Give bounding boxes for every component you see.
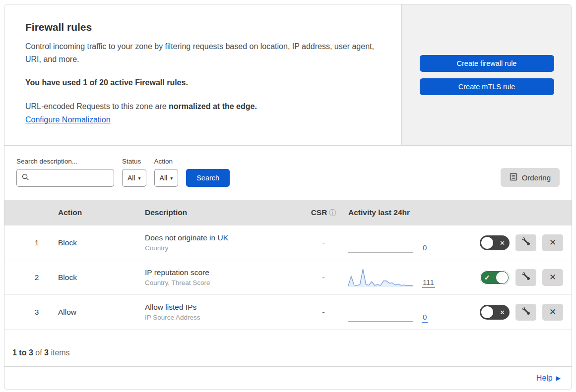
rule-enabled-toggle[interactable]: ✓ ✕ — [480, 305, 510, 320]
check-icon: ✓ — [484, 274, 490, 281]
rule-fields: Country, Threat Score — [145, 279, 304, 286]
rule-controls-cell: ✓ ✕ ✕ — [475, 234, 572, 251]
activity-count-link[interactable]: 0 — [422, 243, 428, 253]
edit-rule-button[interactable] — [515, 304, 536, 321]
wrench-icon — [522, 307, 530, 317]
rule-description-cell: IP reputation score Country, Threat Scor… — [141, 268, 304, 286]
activity-sparkline — [348, 232, 413, 254]
action-column-header: Action — [54, 208, 141, 217]
rule-priority: 2 — [4, 273, 54, 282]
search-icon — [22, 173, 29, 183]
rule-csr-cell: - — [304, 238, 343, 247]
action-label: Action — [154, 158, 179, 165]
rule-activity-cell: 0 — [343, 301, 475, 323]
rule-description: IP reputation score — [145, 268, 304, 277]
table-row: 1 Block Does not originate in UK Country… — [4, 225, 572, 260]
pagination-summary: 1 to 3 of 3 items — [4, 330, 572, 367]
help-bar: Help▶ — [4, 367, 572, 390]
ordering-list-icon — [510, 173, 517, 182]
rule-fields: IP Source Address — [145, 314, 304, 321]
action-filter-group: Action All ▾ — [154, 158, 179, 187]
rule-enabled-toggle[interactable]: ✓ ✕ — [480, 235, 510, 250]
search-input[interactable] — [33, 174, 123, 182]
header-text-panel: Firewall rules Control incoming traffic … — [4, 4, 401, 145]
normalization-text: URL-encoded Requests to this zone are no… — [25, 100, 381, 113]
rule-description: Allow listed IPs — [145, 303, 304, 312]
toggle-knob — [496, 272, 508, 283]
x-icon: ✕ — [549, 272, 556, 282]
status-filter-group: Status All ▾ — [122, 158, 146, 187]
rule-action: Block — [54, 273, 141, 282]
rule-description-cell: Allow listed IPs IP Source Address — [141, 303, 304, 321]
filter-bar: Search description... Status All ▾ Actio… — [4, 146, 572, 200]
status-dropdown[interactable]: All ▾ — [122, 169, 146, 187]
activity-count-link[interactable]: 0 — [422, 313, 428, 323]
header-section: Firewall rules Control incoming traffic … — [4, 4, 572, 146]
info-icon[interactable]: ⓘ — [329, 209, 336, 217]
x-icon: ✕ — [549, 307, 556, 317]
page-title: Firewall rules — [25, 21, 381, 33]
search-group: Search description... — [16, 158, 114, 187]
rule-csr-cell: - — [304, 273, 343, 282]
csr-column-header: CSRⓘ — [304, 208, 343, 218]
table-header-row: Action Description CSRⓘ Activity last 24… — [4, 200, 572, 225]
activity-column-header: Activity last 24hr — [343, 208, 475, 217]
normalization-prefix: URL-encoded Requests to this zone are — [25, 102, 169, 111]
rule-controls-cell: ✓ ✕ ✕ — [475, 304, 572, 321]
arrow-right-icon: ▶ — [556, 375, 561, 382]
header-description: Control incoming traffic to your zone by… — [25, 40, 381, 66]
ordering-button-label: Ordering — [522, 173, 551, 182]
rule-action: Block — [54, 238, 141, 247]
activity-sparkline — [348, 301, 413, 323]
usage-summary: You have used 1 of 20 active Firewall ru… — [25, 78, 381, 87]
create-mtls-rule-button[interactable]: Create mTLS rule — [420, 78, 554, 95]
ordering-button[interactable]: Ordering — [501, 168, 560, 187]
rule-description: Does not originate in UK — [145, 233, 304, 242]
rule-action: Allow — [54, 308, 141, 317]
edit-rule-button[interactable] — [515, 234, 536, 251]
table-row: 3 Allow Allow listed IPs IP Source Addre… — [4, 295, 572, 330]
x-icon: ✕ — [549, 237, 556, 248]
rule-csr-cell: - — [304, 308, 343, 317]
wrench-icon — [522, 272, 530, 282]
firewall-rules-card: Firewall rules Control incoming traffic … — [4, 4, 572, 390]
action-dropdown[interactable]: All ▾ — [154, 169, 179, 187]
rule-priority: 1 — [4, 238, 54, 247]
delete-rule-button[interactable]: ✕ — [542, 304, 563, 321]
edit-rule-button[interactable] — [515, 269, 536, 286]
rule-activity-cell: 111 — [343, 267, 475, 288]
activity-sparkline — [348, 267, 413, 288]
toggle-knob — [481, 306, 493, 318]
rule-activity-cell: 0 — [343, 232, 475, 254]
rule-controls-cell: ✓ ✕ ✕ — [475, 269, 572, 286]
rule-enabled-toggle[interactable]: ✓ ✕ — [480, 270, 510, 285]
x-icon: ✕ — [500, 239, 505, 246]
status-label: Status — [122, 158, 146, 165]
normalization-bold: normalized at the edge. — [169, 102, 257, 111]
header-actions-panel: Create firewall rule Create mTLS rule — [401, 4, 572, 145]
action-dropdown-value: All — [160, 174, 168, 182]
search-input-wrapper — [16, 169, 114, 187]
firewall-rules-page: Firewall rules Control incoming traffic … — [0, 0, 576, 392]
wrench-icon — [522, 237, 530, 248]
search-button[interactable]: Search — [186, 169, 230, 187]
toggle-knob — [481, 237, 493, 249]
chevron-down-icon: ▾ — [170, 175, 173, 181]
rule-priority: 3 — [4, 308, 54, 317]
chevron-down-icon: ▾ — [138, 175, 141, 181]
delete-rule-button[interactable]: ✕ — [542, 234, 563, 251]
help-link[interactable]: Help▶ — [536, 374, 561, 383]
description-column-header: Description — [141, 208, 304, 217]
search-label: Search description... — [16, 158, 114, 165]
create-firewall-rule-button[interactable]: Create firewall rule — [420, 55, 554, 72]
delete-rule-button[interactable]: ✕ — [542, 269, 563, 286]
rule-fields: Country — [145, 244, 304, 252]
activity-count-link[interactable]: 111 — [422, 278, 435, 288]
rule-description-cell: Does not originate in UK Country — [141, 233, 304, 252]
configure-normalization-link[interactable]: Configure Normalization — [25, 115, 111, 124]
table-row: 2 Block IP reputation score Country, Thr… — [4, 260, 572, 295]
x-icon: ✕ — [500, 308, 505, 316]
status-dropdown-value: All — [128, 174, 135, 182]
